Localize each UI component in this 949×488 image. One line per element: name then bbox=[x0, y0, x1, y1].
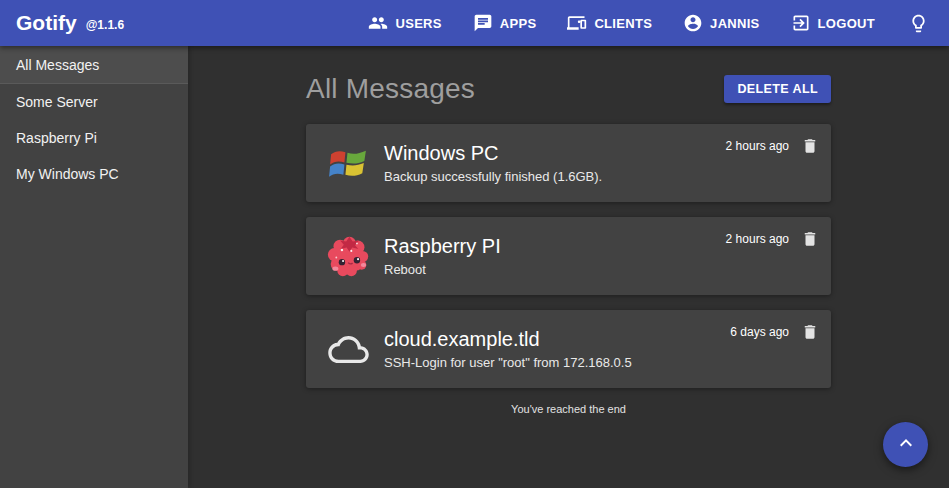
cloud-icon bbox=[326, 327, 371, 372]
trash-icon bbox=[801, 230, 819, 248]
message-title: cloud.example.tld bbox=[384, 328, 699, 351]
message-card: Raspberry PI Reboot 2 hours ago bbox=[306, 217, 831, 295]
message-card: cloud.example.tld SSH-Login for user "ro… bbox=[306, 310, 831, 388]
sidebar-item-raspberry-pi[interactable]: Raspberry Pi bbox=[0, 120, 188, 156]
nav-logout-button[interactable]: LOGOUT bbox=[789, 7, 877, 39]
nav-users-button[interactable]: USERS bbox=[366, 7, 443, 39]
raspberry-icon bbox=[326, 234, 371, 279]
nav-clients-button[interactable]: CLIENTS bbox=[565, 7, 654, 39]
theme-toggle-button[interactable] bbox=[906, 7, 931, 40]
nav-users-label: USERS bbox=[395, 16, 441, 31]
sidebar-item-my-windows-pc[interactable]: My Windows PC bbox=[0, 156, 188, 192]
delete-message-button[interactable] bbox=[801, 230, 819, 248]
sidebar-item-label: My Windows PC bbox=[16, 166, 119, 182]
sidebar-item-some-server[interactable]: Some Server bbox=[0, 84, 188, 120]
delete-all-button[interactable]: DELETE ALL bbox=[724, 75, 831, 103]
windows-logo-icon bbox=[326, 141, 371, 186]
message-meta: 6 days ago bbox=[730, 323, 819, 341]
chat-icon bbox=[473, 13, 493, 33]
trash-icon bbox=[801, 137, 819, 155]
message-title: Raspberry PI bbox=[384, 235, 699, 258]
page-title: All Messages bbox=[306, 73, 475, 105]
message-meta: 2 hours ago bbox=[726, 230, 819, 248]
sidebar-item-all-messages[interactable]: All Messages bbox=[0, 46, 188, 84]
scroll-to-top-button[interactable] bbox=[883, 422, 928, 467]
message-card: Windows PC Backup successfully finished … bbox=[306, 124, 831, 202]
delete-message-button[interactable] bbox=[801, 137, 819, 155]
nav-apps-button[interactable]: APPS bbox=[471, 7, 539, 39]
nav-apps-label: APPS bbox=[500, 16, 537, 31]
message-body: Reboot bbox=[384, 262, 699, 277]
top-navbar: Gotify @1.1.6 USERS APPS CLIENTS JANNIS … bbox=[0, 0, 949, 46]
sidebar-item-label: Some Server bbox=[16, 94, 98, 110]
users-icon bbox=[368, 13, 388, 33]
message-timestamp: 2 hours ago bbox=[726, 232, 789, 246]
sidebar-item-label: All Messages bbox=[16, 57, 99, 73]
message-body: SSH-Login for user "root" from 172.168.0… bbox=[384, 355, 699, 370]
main-area: All Messages DELETE ALL Windows PC Backu… bbox=[188, 46, 949, 488]
message-timestamp: 6 days ago bbox=[730, 325, 789, 339]
sidebar-item-label: Raspberry Pi bbox=[16, 130, 97, 146]
sidebar: All Messages Some Server Raspberry Pi My… bbox=[0, 46, 188, 488]
page-header: All Messages DELETE ALL bbox=[306, 73, 831, 105]
end-of-list-note: You've reached the end bbox=[306, 403, 831, 415]
nav-clients-label: CLIENTS bbox=[594, 16, 652, 31]
chevron-up-icon bbox=[894, 431, 918, 458]
message-title: Windows PC bbox=[384, 142, 699, 165]
trash-icon bbox=[801, 323, 819, 341]
message-timestamp: 2 hours ago bbox=[726, 139, 789, 153]
lightbulb-icon bbox=[908, 13, 929, 34]
nav-account-button[interactable]: JANNIS bbox=[681, 7, 761, 39]
devices-icon bbox=[567, 13, 587, 33]
nav-account-label: JANNIS bbox=[710, 16, 759, 31]
content-column: All Messages DELETE ALL Windows PC Backu… bbox=[306, 73, 831, 415]
message-meta: 2 hours ago bbox=[726, 137, 819, 155]
message-body: Backup successfully finished (1.6GB). bbox=[384, 169, 699, 184]
app-version: @1.1.6 bbox=[86, 18, 124, 32]
account-circle-icon bbox=[683, 13, 703, 33]
delete-message-button[interactable] bbox=[801, 323, 819, 341]
app-brand: Gotify bbox=[16, 11, 77, 35]
nav-logout-label: LOGOUT bbox=[818, 16, 875, 31]
logout-icon bbox=[791, 13, 811, 33]
